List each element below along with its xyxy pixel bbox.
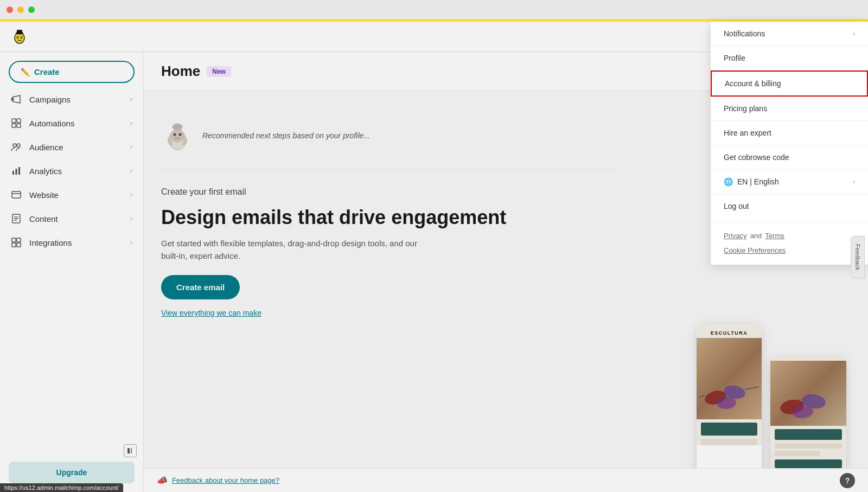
language-label: EN | English: [737, 177, 779, 186]
cobrowse-label: Get cobrowse code: [724, 153, 789, 162]
pricing-plans-label: Pricing plans: [724, 104, 767, 113]
dropdown-pricing-plans[interactable]: Pricing plans: [711, 97, 868, 121]
dropdown-profile[interactable]: Profile: [711, 46, 868, 71]
dropdown-cobrowse[interactable]: Get cobrowse code: [711, 145, 868, 170]
dropdown-divider: [711, 222, 868, 223]
footer-and: and: [750, 232, 762, 240]
maximize-button[interactable]: [28, 7, 35, 13]
privacy-link[interactable]: Privacy: [724, 232, 747, 240]
window-chrome: [0, 0, 868, 20]
account-billing-label: Account & billing: [725, 79, 781, 88]
language-globe-icon: 🌐: [724, 177, 733, 186]
notifications-label: Notifications: [724, 29, 765, 38]
profile-label: Profile: [724, 54, 745, 62]
minimize-button[interactable]: [17, 7, 24, 13]
notifications-arrow: ›: [853, 30, 855, 37]
dropdown-logout[interactable]: Log out: [711, 194, 868, 218]
dropdown-account-billing[interactable]: Account & billing: [711, 71, 868, 97]
hire-expert-label: Hire an expert: [724, 129, 771, 137]
dropdown-notifications[interactable]: Notifications ›: [711, 22, 868, 46]
dropdown-hire-expert[interactable]: Hire an expert: [711, 121, 868, 145]
url-bar: https://us12.admin.mailchimp.com/account…: [0, 483, 123, 492]
logout-label: Log out: [724, 202, 749, 210]
dropdown-menu: Notifications › Profile Account & billin…: [711, 22, 868, 265]
feedback-tab[interactable]: Feedback: [851, 235, 865, 278]
cookie-prefs-link[interactable]: Cookie Preferences: [724, 246, 786, 254]
dropdown-language[interactable]: 🌐 EN | English ›: [711, 170, 868, 194]
terms-link[interactable]: Terms: [765, 232, 784, 240]
language-arrow: ›: [853, 178, 855, 186]
close-button[interactable]: [7, 7, 13, 13]
